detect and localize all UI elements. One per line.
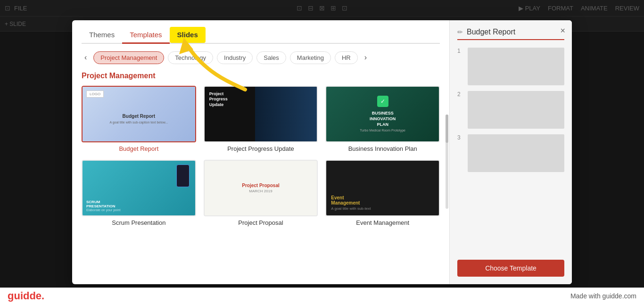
modal-close-button[interactable]: × [560,26,565,36]
template-thumb-proposal: Project Proposal MARCH 2019 [204,160,318,216]
thumb-innovation-sub: Turbo Medical Room Prototype [360,129,405,132]
thumb-proposal-title: Project Proposal [242,183,279,188]
thumb-event-sub: A goal title with sub-text [331,206,371,211]
edit-icon: ✏ [457,28,463,36]
template-thumb-event: EventManagement A goal title with sub-te… [325,160,440,216]
category-marketing[interactable]: Marketing [290,51,331,64]
thumb-scrum-phone [176,164,190,187]
thumb-event-visual: EventManagement A goal title with sub-te… [326,161,439,215]
right-panel-title: Budget Report [467,28,515,36]
thumb-innovation-visual: ✓ BUSINESSINNOVATIONPLAN Turbo Medical R… [326,87,439,141]
slide-thumb-3[interactable] [468,134,564,172]
template-business-innovation[interactable]: ✓ BUSINESSINNOVATIONPLAN Turbo Medical R… [325,86,440,152]
category-bar: ‹ Project Management Technology Industry… [82,51,440,64]
category-technology[interactable]: Technology [168,51,213,64]
scroll-indicator[interactable] [446,115,448,209]
modal-tabs: Themes Templates Slides [82,20,440,44]
slide-preview-list: 1 2 3 [457,48,564,256]
choose-template-button[interactable]: Choose Template [457,260,564,277]
modal-left-panel: Themes Templates Slides ‹ Project Manage… [72,20,449,284]
slide-num-3: 3 [457,134,464,141]
guidde-tagline: Made with guidde.com [570,292,636,300]
tab-slides[interactable]: Slides [170,27,206,43]
thumb-event-title: EventManagement [331,195,360,205]
scroll-thumb [446,115,448,143]
category-prev-button[interactable]: ‹ [82,51,90,64]
thumb-budget-visual: LOGO Budget Report A goal title with sub… [83,87,195,141]
template-event[interactable]: EventManagement A goal title with sub-te… [325,160,440,226]
footer: guidde. Made with guidde.com [0,288,644,304]
guidde-logo: guidde. [8,290,44,302]
modal-overlay: × Themes Templates Slides ‹ Project Mana… [0,0,644,304]
template-thumb-budget: LOGO Budget Report A goal title with sub… [82,86,196,142]
template-modal: × Themes Templates Slides ‹ Project Mana… [72,20,572,284]
slide-preview-3: 3 [457,134,564,172]
slide-preview-2: 2 [457,91,564,129]
thumb-scrum-visual: SCRUMPRESENTATION Elaborate on your poin… [83,161,195,215]
template-budget-report[interactable]: LOGO Budget Report A goal title with sub… [82,86,196,152]
thumb-logo: LOGO [86,90,104,98]
template-label-proposal: Project Proposal [204,219,318,226]
tab-themes[interactable]: Themes [82,27,122,43]
template-label-budget: Budget Report [82,145,196,152]
category-hr[interactable]: HR [335,51,358,64]
slide-num-1: 1 [457,48,464,54]
template-label-event: Event Management [325,219,440,226]
template-grid: LOGO Budget Report A goal title with sub… [82,86,440,226]
thumb-innovation-icon: ✓ [377,96,388,107]
thumb-scrum-title: SCRUMPRESENTATION [86,200,115,208]
slide-num-2: 2 [457,91,464,98]
template-label-scrum: Scrum Presentation [82,219,196,226]
category-sales[interactable]: Sales [256,51,286,64]
slide-preview-1: 1 [457,48,564,85]
template-label-innovation: Business Innovation Plan [325,145,440,152]
category-next-button[interactable]: › [362,51,370,64]
template-thumb-progress: ProjectProgressUpdate [204,86,318,142]
thumb-budget-title: Budget Report [123,114,155,119]
template-scrum[interactable]: SCRUMPRESENTATION Elaborate on your poin… [82,160,196,226]
template-label-progress: Project Progress Update [204,145,318,152]
thumb-budget-sub: A goal title with sub-caption text below… [109,121,168,124]
modal-right-panel: ✏ Budget Report 1 2 3 Choose Template [449,20,572,284]
template-project-progress[interactable]: ProjectProgressUpdate Project Progress U… [204,86,318,152]
section-title: Project Management [82,72,440,80]
thumb-progress-img [255,87,317,141]
slide-thumb-2[interactable] [468,91,564,129]
thumb-scrum-sub: Elaborate on your point [86,208,120,212]
category-industry[interactable]: Industry [217,51,253,64]
category-project-management[interactable]: Project Management [93,51,164,64]
thumb-progress-text: ProjectProgressUpdate [209,91,228,108]
thumb-proposal-date: MARCH 2019 [249,189,272,193]
template-thumb-innovation: ✓ BUSINESSINNOVATIONPLAN Turbo Medical R… [325,86,440,142]
thumb-progress-visual: ProjectProgressUpdate [205,87,317,141]
template-proposal[interactable]: Project Proposal MARCH 2019 Project Prop… [204,160,318,226]
thumb-proposal-visual: Project Proposal MARCH 2019 [205,161,317,215]
slide-thumb-1[interactable] [468,48,564,85]
thumb-innovation-title: BUSINESSINNOVATIONPLAN [370,111,396,127]
tab-templates[interactable]: Templates [122,27,169,44]
template-thumb-scrum: SCRUMPRESENTATION Elaborate on your poin… [82,160,196,216]
